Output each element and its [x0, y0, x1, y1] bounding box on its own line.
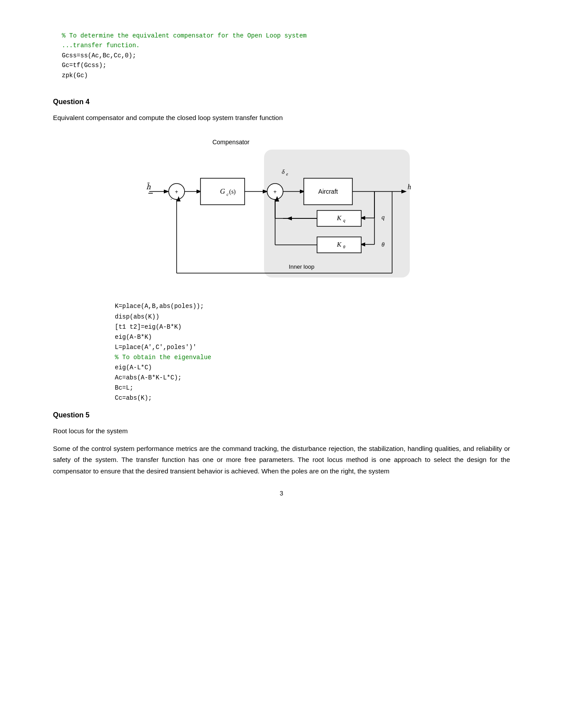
code-line-1: % To determine the equivalent compensato… — [62, 31, 501, 41]
q4-code-line8: Ac=abs(A-B*K-L*C); — [115, 373, 510, 383]
block-diagram-container: Compensator h̄ + - G c (s) — [53, 132, 510, 293]
svg-text:e: e — [286, 172, 288, 176]
block-diagram: Compensator h̄ + - G c (s) — [145, 132, 419, 293]
svg-text:q: q — [382, 214, 385, 221]
svg-text:Inner loop: Inner loop — [289, 263, 314, 270]
svg-text:θ: θ — [343, 244, 345, 249]
svg-text:(s): (s) — [229, 188, 236, 195]
svg-text:h: h — [408, 183, 411, 191]
svg-text:q: q — [343, 218, 345, 223]
q4-code-line4: eig(A-B*K) — [115, 332, 510, 342]
question5-section: Question 5 Root locus for the system Som… — [53, 411, 510, 477]
q4-code-line9: Bc=L; — [115, 383, 510, 393]
svg-text:K: K — [336, 214, 341, 221]
svg-text:c: c — [227, 191, 229, 197]
q4-code-line3: [t1 t2]=eig(A-B*K) — [115, 322, 510, 332]
svg-text:+: + — [175, 188, 178, 195]
svg-text:K: K — [336, 241, 341, 248]
question5-title: Question 5 — [53, 411, 510, 419]
svg-text:Aircraft: Aircraft — [318, 188, 337, 195]
top-code-block: % To determine the equivalent compensato… — [53, 26, 510, 85]
question5-subtitle: Root locus for the system — [53, 425, 510, 437]
q4-code-line10: Cc=abs(K); — [115, 393, 510, 403]
svg-text:-: - — [170, 196, 172, 201]
svg-text:h̄: h̄ — [146, 183, 151, 191]
svg-text:Compensator: Compensator — [212, 139, 249, 146]
code-line-4: Gc=tf(Gcss); — [62, 60, 501, 70]
svg-text:θ: θ — [382, 241, 385, 248]
code-line-2: ...transfer function. — [62, 41, 501, 50]
diagram-svg: Compensator h̄ + - G c (s) — [145, 132, 419, 291]
q4-code-block: K=place(A,B,abs(poles)); disp(abs(K)) [t… — [115, 301, 510, 403]
code-line-3: Gcss=ss(Ac,Bc,Cc,0); — [62, 51, 501, 60]
svg-text:G: G — [220, 188, 225, 195]
question4-title: Question 4 — [53, 98, 510, 106]
svg-text:δ: δ — [282, 169, 285, 175]
q4-code-line6-green: % To obtain the eigenvalue — [115, 353, 510, 363]
q4-code-line1: K=place(A,B,abs(poles)); — [115, 301, 510, 311]
question4-description: Equivalent compensator and compute the c… — [53, 112, 510, 124]
q4-code-line2: disp(abs(K)) — [115, 312, 510, 322]
question5-para1: Some of the control system performance m… — [53, 443, 510, 477]
svg-text:+: + — [273, 188, 277, 195]
page-number: 3 — [53, 490, 510, 497]
q4-code-line7: eig(A-L*C) — [115, 363, 510, 373]
code-line-5: zpk(Gc) — [62, 71, 501, 80]
q4-code-line5: L=place(A',C',poles')' — [115, 342, 510, 353]
question4-section: Question 4 Equivalent compensator and co… — [53, 98, 510, 403]
